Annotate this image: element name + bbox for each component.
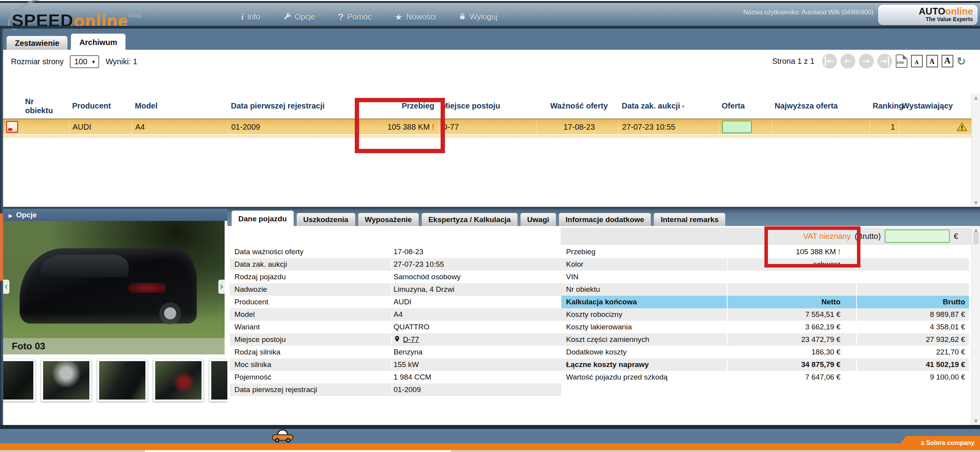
field-row-kolor: Kolor schwarz: [561, 258, 969, 271]
footer-dark-edge: [0, 425, 980, 429]
thumbnail-2[interactable]: [41, 359, 91, 401]
star-icon: ★: [394, 12, 403, 23]
tab-archiwum[interactable]: Archiwum: [71, 33, 126, 50]
lock-icon: [459, 13, 466, 22]
results-count: Wyniki: 1: [105, 57, 137, 66]
vehicle-detail-panel: VAT nieznany (Brutto) € Data ważności of…: [227, 226, 971, 425]
column-waznosc-oferty[interactable]: Ważność oferty: [536, 101, 619, 110]
last-page-button[interactable]: →: [877, 54, 892, 69]
photo-car-taillight: [129, 283, 166, 293]
tab-internal-remarks[interactable]: Internal remarks: [653, 213, 726, 226]
row-data-zak-aukcji: 27-07-23 10:55: [619, 119, 719, 134]
next-page-icon: →: [863, 56, 870, 66]
column-model[interactable]: Model: [132, 101, 228, 110]
column-przebieg[interactable]: Przebieg: [355, 101, 438, 110]
column-ranking[interactable]: Ranking: [869, 101, 899, 110]
tab-dane-pojazdu[interactable]: Dane pojazdu: [231, 210, 294, 226]
column-najwyzsza-oferta[interactable]: Najwyższa oferta: [771, 101, 869, 110]
oferta-input[interactable]: [722, 121, 752, 133]
nav-item-opcje[interactable]: Opcje: [283, 12, 315, 22]
tab-uszkodzenia[interactable]: Uszkodzenia: [296, 213, 356, 226]
nav-item-info[interactable]: i Info: [241, 12, 260, 22]
prev-page-button[interactable]: ←: [840, 54, 855, 69]
font-size-medium-button[interactable]: A: [926, 55, 938, 67]
font-size-small-button[interactable]: A: [911, 55, 923, 67]
row-photo-cell[interactable]: [3, 119, 22, 134]
refresh-button[interactable]: ↻: [957, 55, 966, 68]
results-scrollbar[interactable]: ▲ ▼: [971, 94, 980, 207]
vehicle-fields-right: Przebieg 105 388 KM! Kolor schwarz VIN N…: [561, 246, 969, 383]
row-ranking: 1: [869, 119, 899, 134]
field-row: Data pierwszej rejestracji01-2009: [230, 383, 561, 396]
tab-informacje-dodatkowe[interactable]: Informacje dodatkowe: [559, 213, 652, 226]
thumbnail-3[interactable]: [97, 359, 147, 401]
csv-export-button[interactable]: CSV: [896, 54, 907, 68]
tab-zestawienie[interactable]: Zestawienie: [6, 36, 68, 50]
options-collapse-bar[interactable]: ▶Opcje: [3, 209, 227, 221]
nav-label-opcje: Opcje: [295, 13, 315, 22]
footer-bar: [0, 429, 980, 443]
column-producent[interactable]: Producent: [69, 101, 132, 110]
next-page-button[interactable]: →: [859, 54, 874, 69]
column-miejsce-postoju[interactable]: Miejsce postoju: [438, 101, 536, 110]
pagination-controls: Strona 1 z 1 ← ← → → CSV A A A ↻: [772, 54, 966, 69]
column-nr-obiektu[interactable]: Nr obiektu: [22, 97, 69, 115]
row-data-pierwszej-rejestracji: 01-2009: [228, 119, 355, 134]
detail-scrollbar[interactable]: ▲ ▼: [971, 226, 980, 425]
location-pin-icon: [394, 335, 401, 344]
page-size-select[interactable]: 100 ▾: [70, 55, 99, 68]
field-row: NadwozieLimuzyna, 4 Drzwi: [230, 283, 561, 296]
last-page-icon: →: [880, 56, 889, 66]
page-size-controls: Rozmiar strony 100 ▾ Wyniki: 1: [11, 55, 137, 68]
nav-item-pomoc[interactable]: ? Pomoc: [338, 12, 372, 23]
scroll-up-icon[interactable]: ▲: [974, 95, 978, 100]
photo-next-button[interactable]: ›: [218, 280, 225, 294]
vat-amount-input[interactable]: [885, 230, 950, 243]
field-row: Moc silnika155 kW: [230, 358, 561, 371]
scrollbar-thumb[interactable]: [973, 233, 979, 244]
calc-row: Koszt części zamiennych 23 472,79 € 27 9…: [561, 333, 969, 346]
tab-ekspertyza-kalkulacja[interactable]: Ekspertyza / Kalkulacja: [421, 213, 518, 226]
tab-uwagi[interactable]: Uwagi: [520, 213, 556, 226]
column-oferta[interactable]: Oferta: [719, 101, 771, 110]
speedonline-logo: SPEEDonlineweb: [12, 4, 141, 25]
scroll-up-icon[interactable]: ▲: [974, 227, 978, 233]
column-data-zak-aukcji[interactable]: Data zak. aukcji▾: [619, 101, 719, 110]
thumbnail-5[interactable]: [209, 359, 227, 401]
main-tab-strip: Zestawienie Archiwum: [6, 33, 126, 50]
solera-branding: a Solera company: [895, 436, 980, 450]
font-size-large-button[interactable]: A: [942, 55, 953, 67]
field-row-nr-obiektu: Nr obiektu: [561, 283, 969, 296]
photo-prev-button[interactable]: ‹: [3, 280, 9, 294]
prev-page-icon: ←: [844, 56, 851, 66]
nav-label-wyloguj: Wyloguj: [470, 13, 497, 22]
thumbnail-4[interactable]: [153, 359, 203, 401]
nav-label-pomoc: Pomoc: [347, 13, 372, 22]
row-model: A4: [132, 119, 228, 134]
column-data-pierwszej-rejestracji[interactable]: Data pierwszej rejestracji: [228, 101, 355, 110]
detail-tab-strip: Dane pojazdu Uszkodzenia Wyposażenie Eks…: [227, 209, 980, 226]
page-size-label: Rozmiar strony: [11, 57, 64, 66]
field-row-przebieg: Przebieg 105 388 KM!: [561, 246, 969, 258]
brand-auto-text: AUTO: [919, 6, 946, 16]
field-row: Data zak. aukcji27-07-23 10:55: [230, 258, 561, 271]
photo-panel: Foto 03 ‹ ›: [3, 221, 227, 425]
row-miejsce-postoju: D-77: [438, 119, 536, 134]
table-row[interactable]: AUDI A4 01-2009 105 388 KM! D-77 17-08-2…: [3, 119, 971, 134]
car-icon: [272, 429, 293, 443]
calc-netto-header: Netto: [727, 296, 856, 308]
first-page-button[interactable]: ←: [822, 54, 837, 69]
calc-row: Koszty lakierowania 3 662,19 € 4 358,01 …: [561, 321, 969, 333]
nav-label-info: Info: [247, 13, 260, 22]
chevron-down-icon: ▾: [92, 58, 95, 65]
przebieg-warning-flag: !: [838, 248, 840, 256]
thumbnail-1[interactable]: [3, 359, 35, 401]
tab-wyposazenie[interactable]: Wyposażenie: [358, 213, 419, 226]
nav-item-nowosci[interactable]: ★ Nowości: [394, 12, 436, 23]
sort-desc-icon: ▾: [682, 103, 685, 110]
column-wystawiajacy[interactable]: Wystawiający: [899, 101, 971, 110]
nav-item-wyloguj[interactable]: Wyloguj: [459, 13, 497, 22]
storage-location-link[interactable]: D-77: [403, 335, 419, 344]
scroll-down-icon[interactable]: ▼: [974, 418, 978, 424]
scroll-down-icon[interactable]: ▼: [974, 200, 978, 206]
